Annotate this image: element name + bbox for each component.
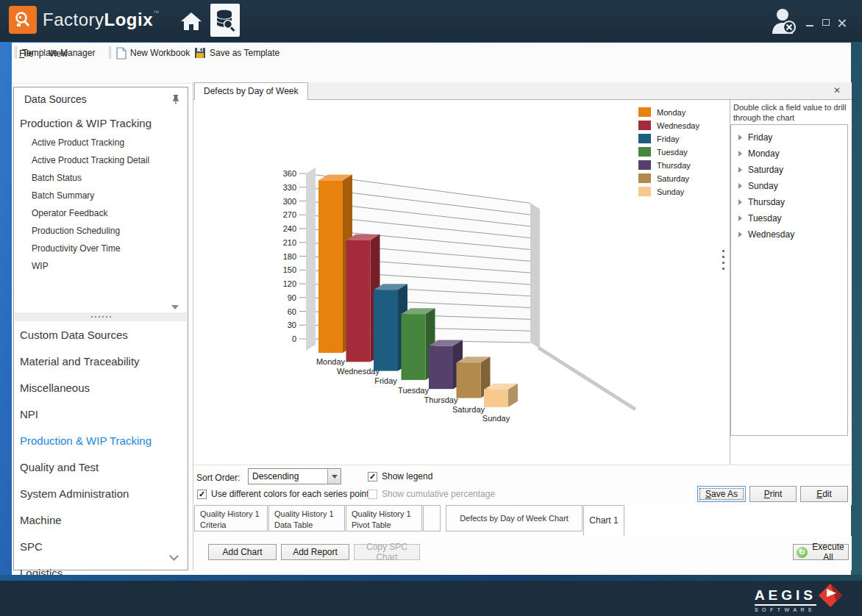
scroll-down-chevron-icon[interactable] [169, 551, 179, 561]
drill-item-label[interactable]: Friday [748, 132, 772, 143]
chevron-down-icon[interactable] [171, 305, 179, 309]
close-button[interactable] [836, 18, 849, 29]
save-as-template-button[interactable]: Save as Template [194, 46, 279, 60]
add-chart-button[interactable]: Add Chart [208, 544, 277, 560]
content-area: File View Template Manager New Workbook [12, 43, 851, 575]
sort-order-select[interactable]: Descending [248, 468, 341, 484]
svg-text:240: 240 [283, 224, 296, 233]
new-workbook-button[interactable]: New Workbook [116, 46, 190, 60]
app-logo-icon [9, 6, 37, 34]
chart-controls: Sort Order: Descending ✓ Show legend ✓ U… [193, 465, 852, 505]
tree-item[interactable]: Active Product Tracking Detail [32, 155, 149, 165]
tree-item[interactable]: Productivity Over Time [32, 243, 121, 254]
brand-logix: Logix [104, 10, 154, 29]
drill-item-label[interactable]: Tuesday [748, 213, 782, 223]
drill-item[interactable]: Saturday [731, 162, 847, 178]
svg-text:Friday: Friday [374, 376, 397, 385]
tab-close-icon[interactable] [831, 85, 843, 96]
drill-item[interactable]: Tuesday [731, 210, 847, 226]
expander-triangle-icon[interactable] [738, 151, 742, 157]
workbook-tab[interactable]: Quality History 1Pivot Table [346, 505, 422, 531]
toolbar-separator [109, 46, 110, 59]
show-legend-checkbox[interactable]: ✓ Show legend [368, 471, 432, 481]
drill-item[interactable]: Friday [731, 129, 847, 146]
brand-title: FactoryLogix™ [43, 10, 160, 30]
workbook-tabstrip: Quality History 1CriteriaQuality History… [193, 505, 852, 536]
tree-group-header[interactable]: Production & WIP Tracking [20, 117, 152, 129]
execute-all-button[interactable]: Execute All [793, 544, 849, 560]
legend-swatch [638, 160, 651, 170]
drill-item[interactable]: Sunday [731, 178, 847, 194]
user-logout-button[interactable] [766, 6, 802, 35]
workbook-tab[interactable]: Quality History 1Criteria [194, 505, 268, 531]
group-item[interactable]: SPC [20, 540, 43, 553]
checkbox-box[interactable]: ✓ [368, 472, 377, 481]
save-as-template-label: Save as Template [210, 48, 279, 58]
expander-triangle-icon[interactable] [738, 215, 742, 221]
drill-item-label[interactable]: Saturday [748, 165, 783, 175]
aegis-diamond-icon [816, 581, 844, 615]
use-colors-checkbox[interactable]: ✓ Use different colors for each series p… [197, 489, 369, 499]
expander-triangle-icon[interactable] [738, 183, 742, 189]
aegis-sub-text: SOFTWARE [755, 607, 816, 612]
workbook-tab[interactable]: Quality History 1Data Table [268, 505, 345, 531]
maximize-button[interactable] [819, 18, 833, 29]
workbook-tab[interactable]: Chart 1 [583, 505, 624, 536]
edit-button[interactable]: Edit [800, 486, 848, 502]
drill-item[interactable]: Wednesday [731, 226, 847, 243]
workbook-tab-blank[interactable] [423, 505, 441, 531]
tree-item[interactable]: Active Product Tracking [32, 137, 124, 148]
drill-item-label[interactable]: Monday [748, 148, 780, 159]
group-item[interactable]: Production & WIP Tracking [20, 434, 152, 447]
svg-text:Thursday: Thursday [424, 395, 458, 404]
expander-triangle-icon[interactable] [738, 167, 742, 173]
toolbar-separator [15, 46, 15, 59]
print-button[interactable]: Print [749, 486, 797, 502]
drill-item[interactable]: Thursday [731, 194, 847, 210]
legend-item: Saturday [638, 173, 699, 183]
svg-text:90: 90 [288, 293, 296, 302]
svg-text:Monday: Monday [316, 357, 346, 366]
maximize-icon [822, 19, 830, 26]
expander-triangle-icon[interactable] [738, 135, 742, 140]
add-report-button[interactable]: Add Report [281, 544, 349, 560]
group-item[interactable]: Quality and Test [20, 461, 99, 473]
svg-text:30: 30 [288, 320, 296, 329]
vertical-splitter[interactable] [718, 100, 730, 465]
group-item[interactable]: Miscellaneous [20, 382, 90, 394]
group-item[interactable]: Material and Traceability [20, 355, 140, 368]
workbook-tab[interactable]: Defects by Day of Week Chart [446, 505, 583, 531]
group-item[interactable]: System Administration [20, 487, 129, 500]
tree-item[interactable]: Operator Feedback [32, 208, 107, 218]
group-item[interactable]: NPI [20, 408, 38, 420]
drill-item-label[interactable]: Thursday [748, 197, 785, 207]
expander-triangle-icon[interactable] [738, 232, 742, 237]
tree-item[interactable]: WIP [32, 261, 49, 271]
data-explorer-button[interactable] [210, 4, 240, 37]
tree-item[interactable]: Production Scheduling [32, 226, 120, 236]
tree-item[interactable]: Batch Status [32, 173, 82, 183]
tree-item[interactable]: Batch Summary [32, 190, 94, 201]
pin-icon[interactable] [171, 94, 180, 107]
group-item[interactable]: Custom Data Sources [20, 329, 128, 341]
use-colors-label: Use different colors for each series poi… [211, 489, 369, 499]
svg-text:60: 60 [288, 307, 296, 316]
tree-splitter-handle[interactable] [15, 312, 187, 321]
sort-order-label: Sort Order: [196, 473, 240, 483]
checkbox-box[interactable]: ✓ [197, 490, 207, 499]
save-as-button[interactable]: Save As [697, 486, 746, 502]
svg-text:Wednesday: Wednesday [337, 367, 380, 376]
group-item[interactable]: Machine [20, 514, 62, 526]
drill-item-label[interactable]: Wednesday [748, 229, 794, 240]
drill-item-label[interactable]: Sunday [748, 181, 778, 191]
chevron-down-icon[interactable] [327, 469, 341, 484]
expander-triangle-icon[interactable] [738, 199, 742, 205]
footer-bar: AEGIS SOFTWARE [0, 581, 862, 616]
home-button[interactable] [178, 9, 204, 34]
drill-item[interactable]: Monday [731, 146, 847, 162]
tab-defects-by-day-of-week[interactable]: Defects by Day of Week [194, 82, 308, 100]
minimize-button[interactable] [803, 18, 816, 29]
drill-field-list: FridayMondaySaturdaySundayThursdayTuesda… [730, 124, 848, 436]
template-manager-button[interactable]: Template Manager [22, 46, 95, 60]
aegis-logo: AEGIS SOFTWARE [755, 587, 816, 612]
